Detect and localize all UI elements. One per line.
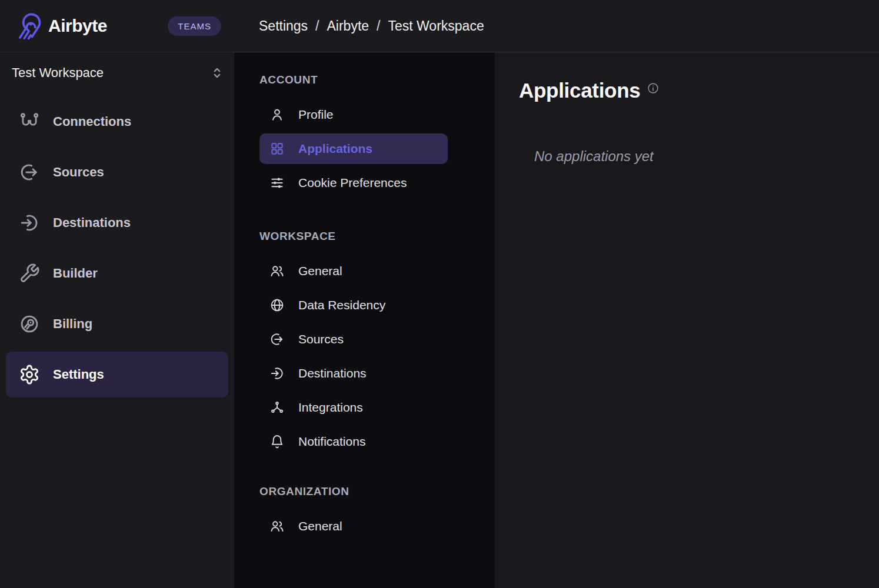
billing-icon [19,313,40,335]
settings-section-account: ACCOUNTProfileApplicationsCookie Prefere… [259,74,448,198]
sidebar-item-label: Settings [53,367,104,382]
right-region: Settings/Airbyte/Test Workspace ACCOUNTP… [234,0,879,588]
settings-nav-item-label: Integrations [298,400,363,415]
page-title-row: Applications [519,79,879,102]
empty-state-message: No applications yet [534,148,879,165]
airbyte-logo-icon [13,11,44,41]
breadcrumb: Settings/Airbyte/Test Workspace [259,18,484,34]
settings-nav-item-label: General [298,519,342,533]
settings-nav-item-general[interactable]: General [259,256,448,286]
settings-icon [19,364,40,385]
workspace-selector-label: Test Workspace [12,65,104,81]
breadcrumb-item-test-workspace: Test Workspace [388,18,484,34]
settings-nav-item-profile[interactable]: Profile [259,99,448,130]
chevron-up-down-icon [209,65,225,81]
settings-nav-item-applications[interactable]: Applications [259,133,448,164]
sidebar-item-destinations[interactable]: Destinations [6,200,228,246]
sidebar: Airbyte TEAMS Test Workspace Connections… [0,0,234,588]
sidebar-item-builder[interactable]: Builder [6,250,228,296]
settings-section-title: ACCOUNT [259,74,448,86]
connections-icon [19,111,40,132]
logo-row: Airbyte TEAMS [0,0,234,52]
breadcrumb-separator: / [315,18,319,34]
sidebar-item-label: Connections [53,114,131,129]
sources-icon [19,162,40,183]
settings-nav-item-label: Data Residency [298,298,385,312]
settings-nav-item-destinations[interactable]: Destinations [259,358,448,389]
sidebar-item-billing[interactable]: Billing [6,301,228,347]
settings-nav-item-label: Sources [298,332,344,346]
settings-section-workspace: WORKSPACEGeneralData ResidencySourcesDes… [259,230,448,457]
members-icon [269,519,285,534]
sidebar-item-label: Destinations [53,215,131,230]
settings-section-title: ORGANIZATION [259,485,448,498]
settings-nav-item-data-residency[interactable]: Data Residency [259,290,448,320]
brand-name: Airbyte [48,16,107,36]
notifications-icon [269,434,285,449]
globe-icon [269,298,285,313]
breadcrumb-item-settings[interactable]: Settings [259,18,308,34]
applications-icon [269,141,285,156]
cookie-preferences-icon [269,175,285,191]
breadcrumb-item-airbyte[interactable]: Airbyte [327,18,369,34]
settings-nav-item-cookie-preferences[interactable]: Cookie Preferences [259,168,448,198]
integrations-icon [269,400,285,415]
page-title: Applications [519,79,640,102]
topbar: Settings/Airbyte/Test Workspace [234,0,879,52]
sidebar-item-settings[interactable]: Settings [6,352,228,397]
sidebar-item-label: Sources [53,165,104,180]
settings-section-title: WORKSPACE [259,230,448,243]
content-region: ACCOUNTProfileApplicationsCookie Prefere… [234,52,879,588]
destinations-icon [269,366,285,381]
settings-nav-item-label: Profile [298,108,334,122]
members-icon [269,263,285,279]
sidebar-item-sources[interactable]: Sources [6,149,228,195]
settings-nav-item-label: Destinations [298,366,367,380]
sidebar-nav: ConnectionsSourcesDestinationsBuilderBil… [0,93,234,402]
info-icon[interactable] [647,82,660,95]
workspace-selector[interactable]: Test Workspace [0,52,234,93]
settings-nav-item-notifications[interactable]: Notifications [259,426,448,457]
settings-nav-item-label: Notifications [298,435,365,449]
destinations-icon [19,212,40,233]
main-panel: Applications No applications yet [495,52,879,588]
settings-nav-item-integrations[interactable]: Integrations [259,392,448,423]
airbyte-app: Airbyte TEAMS Test Workspace Connections… [0,0,879,588]
settings-nav-item-sources[interactable]: Sources [259,324,448,355]
settings-nav-item-label: General [298,264,342,278]
breadcrumb-separator: / [377,18,380,34]
settings-nav: ACCOUNTProfileApplicationsCookie Prefere… [234,52,495,588]
settings-section-organization: ORGANIZATIONGeneral [259,485,448,542]
teams-badge: TEAMS [168,16,221,36]
settings-nav-item-label: Cookie Preferences [298,176,407,190]
sidebar-item-label: Billing [53,316,92,332]
sidebar-item-connections[interactable]: Connections [6,99,228,145]
settings-nav-item-label: Applications [298,142,372,156]
sidebar-item-label: Builder [53,266,98,281]
profile-icon [269,107,285,122]
sources-icon [269,332,285,347]
builder-icon [19,263,40,284]
settings-nav-item-org-general[interactable]: General [259,511,448,542]
